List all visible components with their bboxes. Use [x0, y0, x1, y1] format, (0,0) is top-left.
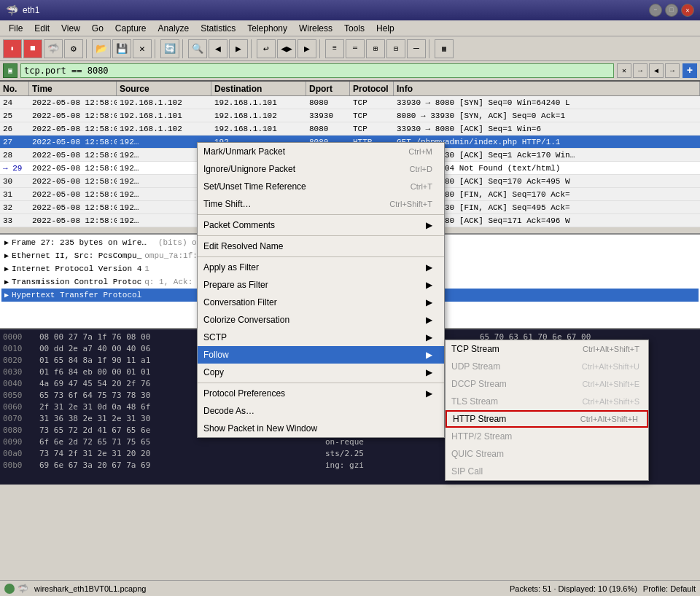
detail-http-label: Hypertext Transfer Protocol: [12, 291, 141, 299]
ctx-decode-as[interactable]: Decode As…: [198, 402, 444, 420]
maximize-button[interactable]: □: [665, 4, 678, 17]
table-row[interactable]: 24 2022-05-08 12:58:02… 192.168.1.102 19…: [0, 96, 700, 109]
filter-bookmark-button[interactable]: →: [633, 63, 648, 78]
col-header-dport: Dport: [306, 82, 350, 95]
col-header-no: No.: [0, 82, 29, 95]
col-header-time: Time: [29, 82, 117, 95]
filter-prefs-button[interactable]: ◀: [649, 63, 664, 78]
table-row[interactable]: 26 2022-05-08 12:58:02… 192.168.1.102 19…: [0, 122, 700, 136]
detail-ip-label: Internet Protocol Version 41: [12, 264, 149, 273]
toolbar-subtract-btn[interactable]: ⊟: [386, 39, 405, 58]
ctx-separator-4: [198, 383, 444, 383]
submenu-dccp-stream[interactable]: DCCP Stream Ctrl+Alt+Shift+E: [446, 375, 648, 393]
menu-tools[interactable]: Tools: [338, 22, 370, 35]
close-button[interactable]: ✕: [681, 4, 694, 17]
toolbar-graph-btn[interactable]: ⊞: [366, 39, 385, 58]
status-indicator: [4, 584, 15, 594]
menu-help[interactable]: Help: [370, 22, 400, 35]
toolbar-reload-btn[interactable]: 🔄: [160, 39, 179, 58]
filter-add-button[interactable]: +: [682, 63, 697, 78]
menu-capture[interactable]: Capture: [109, 22, 152, 35]
toolbar-colorize-btn[interactable]: ↩: [257, 39, 276, 58]
toolbar-grid-btn[interactable]: ▦: [435, 39, 454, 58]
menu-bar: File Edit View Go Capture Analyze Statis…: [0, 20, 700, 36]
toolbar-next-btn[interactable]: ▶: [229, 39, 248, 58]
window-title: eth1: [23, 5, 39, 15]
menu-go[interactable]: Go: [86, 22, 109, 35]
toolbar-find-btn[interactable]: 🔍: [188, 39, 207, 58]
submenu-udp-stream[interactable]: UDP Stream Ctrl+Alt+Shift+U: [446, 358, 648, 375]
ctx-submenu-arrow-2: ▶: [426, 262, 432, 272]
expand-http-icon: ▶: [4, 291, 9, 299]
title-bar: 🦈 eth1 – □ ✕: [0, 0, 700, 20]
ctx-submenu-arrow-9: ▶: [426, 388, 432, 399]
ctx-submenu-arrow-4: ▶: [426, 297, 432, 307]
submenu-tcp-stream[interactable]: TCP Stream Ctrl+Alt+Shift+T: [446, 340, 648, 358]
toolbar-list-view-btn[interactable]: ≡: [325, 39, 344, 58]
ctx-submenu-arrow-6: ▶: [426, 332, 432, 342]
toolbar-stop-btn[interactable]: ■: [23, 39, 42, 58]
expand-ip-icon: ▶: [4, 264, 9, 273]
ctx-separator-2: [198, 235, 444, 236]
ctx-edit-resolved[interactable]: Edit Resolved Name: [198, 238, 444, 255]
ctx-ignore-unignore[interactable]: Ignore/Unignore Packet Ctrl+D: [198, 160, 444, 178]
ctx-protocol-prefs[interactable]: Protocol Preferences ▶: [198, 385, 444, 402]
expand-tcp-icon: ▶: [4, 278, 9, 286]
ctx-separator-3: [198, 256, 444, 257]
toolbar-close-btn[interactable]: ✕: [133, 39, 152, 58]
submenu-tls-stream[interactable]: TLS Stream Ctrl+Alt+Shift+S: [446, 393, 648, 410]
toolbar-zoom-out-btn[interactable]: ▶: [298, 39, 316, 58]
submenu-quic-stream[interactable]: QUIC Stream: [446, 445, 648, 463]
ctx-submenu-arrow-5: ▶: [426, 315, 432, 325]
ctx-copy[interactable]: Copy ▶: [198, 364, 444, 381]
toolbar-prev-btn[interactable]: ◀: [209, 39, 228, 58]
context-menu: Mark/Unmark Packet Ctrl+M Ignore/Unignor…: [197, 142, 445, 438]
menu-analyze[interactable]: Analyze: [152, 22, 195, 35]
toolbar-options-btn[interactable]: ⚙: [64, 39, 83, 58]
menu-edit[interactable]: Edit: [28, 22, 55, 35]
status-filename: wireshark_eth1BVT0L1.pcapng: [34, 584, 504, 593]
toolbar-columns-btn[interactable]: ═: [346, 39, 365, 58]
toolbar-restart-btn[interactable]: 🦈: [44, 39, 63, 58]
ctx-prepare-filter[interactable]: Prepare as Filter ▶: [198, 276, 444, 294]
submenu-http-stream[interactable]: HTTP Stream Ctrl+Alt+Shift+H: [446, 410, 648, 428]
col-header-protocol: Protocol: [350, 82, 394, 95]
submenu-sip-call[interactable]: SIP Call: [446, 463, 648, 480]
ctx-follow[interactable]: Follow ▶: [198, 346, 444, 364]
filter-icon: ▣: [3, 63, 18, 78]
ctx-conversation-filter[interactable]: Conversation Filter ▶: [198, 294, 444, 311]
status-packets: Packets: 51 · Displayed: 10 (19.6%): [510, 584, 637, 593]
ctx-time-shift[interactable]: Time Shift… Ctrl+Shift+T: [198, 195, 444, 213]
ctx-time-reference[interactable]: Set/Unset Time Reference Ctrl+T: [198, 178, 444, 195]
toolbar-interfaces-btn[interactable]: ▮: [3, 39, 22, 58]
menu-wireless[interactable]: Wireless: [293, 22, 338, 35]
menu-statistics[interactable]: Statistics: [195, 22, 241, 35]
minimize-button[interactable]: –: [649, 4, 662, 17]
filter-input[interactable]: [20, 63, 614, 78]
ctx-apply-filter[interactable]: Apply as Filter ▶: [198, 259, 444, 276]
ctx-submenu-arrow-1: ▶: [426, 220, 432, 230]
status-shark-icon: 🦈: [18, 584, 28, 594]
menu-telephony[interactable]: Telephony: [241, 22, 293, 35]
ctx-show-new-window[interactable]: Show Packet in New Window: [198, 420, 444, 437]
menu-file[interactable]: File: [3, 22, 28, 35]
table-row[interactable]: 25 2022-05-08 12:58:02… 192.168.1.101 19…: [0, 109, 700, 122]
expand-ethernet-icon: ▶: [4, 251, 9, 260]
app-icon: 🦈: [6, 4, 18, 17]
submenu-http2-stream[interactable]: HTTP/2 Stream: [446, 428, 648, 445]
filter-bar: ▣ ✕ → ◀ → +: [0, 61, 700, 82]
filter-clear-button[interactable]: ✕: [617, 63, 631, 78]
ctx-submenu-arrow-3: ▶: [426, 280, 432, 290]
ctx-mark-unmark[interactable]: Mark/Unmark Packet Ctrl+M: [198, 143, 444, 160]
toolbar-minus-btn[interactable]: —: [407, 39, 426, 58]
ctx-colorize-conversation[interactable]: Colorize Conversation ▶: [198, 311, 444, 329]
toolbar-save-btn[interactable]: 💾: [112, 39, 131, 58]
ctx-sctp[interactable]: SCTP ▶: [198, 329, 444, 346]
menu-view[interactable]: View: [55, 22, 86, 35]
toolbar-zoom-in-btn[interactable]: ◀▶: [277, 39, 296, 58]
expand-frame-icon: ▶: [4, 238, 9, 247]
toolbar-open-btn[interactable]: 📂: [92, 39, 111, 58]
ctx-separator-1: [198, 214, 444, 215]
filter-arrow-button[interactable]: →: [665, 63, 680, 78]
ctx-packet-comments[interactable]: Packet Comments ▶: [198, 216, 444, 234]
